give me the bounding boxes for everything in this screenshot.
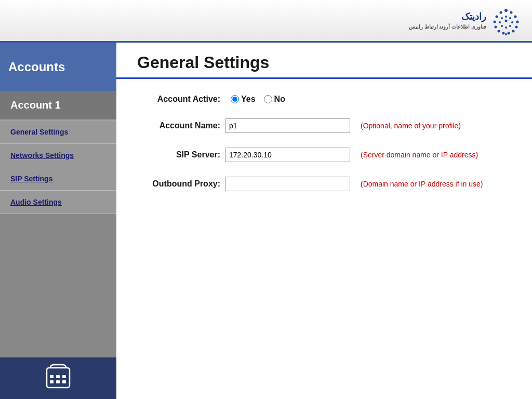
sidebar-account1[interactable]: Account 1 bbox=[0, 91, 116, 121]
account-name-hint: (Optional, name of your profile) bbox=[361, 122, 461, 130]
svg-point-16 bbox=[509, 17, 511, 19]
outbound-proxy-input[interactable] bbox=[225, 177, 350, 191]
account-active-yes-radio[interactable] bbox=[231, 95, 239, 103]
logo-text: رادیتک فناوری اطلاعات آروند ارتباط رایبس bbox=[409, 10, 486, 31]
svg-point-10 bbox=[512, 30, 515, 32]
account-active-label: Account Active: bbox=[137, 95, 220, 104]
yes-radio-label[interactable]: Yes bbox=[231, 95, 256, 104]
svg-point-13 bbox=[505, 33, 507, 35]
svg-point-22 bbox=[509, 25, 511, 27]
content-area: General Settings Account Active: Yes No bbox=[116, 43, 532, 399]
no-radio-label[interactable]: No bbox=[264, 95, 285, 104]
svg-point-3 bbox=[496, 15, 498, 18]
sidebar-item-general-settings[interactable]: General Settings bbox=[0, 121, 116, 144]
svg-point-7 bbox=[495, 25, 497, 28]
svg-point-11 bbox=[502, 32, 505, 34]
phone-icon bbox=[43, 363, 74, 394]
svg-point-15 bbox=[505, 16, 507, 18]
content-body: Account Active: Yes No Account Name: (Op… bbox=[116, 79, 532, 221]
svg-point-0 bbox=[504, 9, 508, 12]
svg-rect-26 bbox=[62, 375, 66, 378]
account-active-row: Account Active: Yes No bbox=[137, 95, 511, 104]
outbound-proxy-row: Outbound Proxy: (Domain name or IP addre… bbox=[137, 177, 511, 191]
sip-server-label: SIP Server: bbox=[137, 150, 220, 159]
sip-server-input[interactable] bbox=[225, 148, 350, 162]
sidebar-item-sip-settings[interactable]: SIP Settings bbox=[0, 167, 116, 191]
svg-rect-24 bbox=[50, 375, 54, 378]
sidebar: Accounts Account 1 General Settings Netw… bbox=[0, 43, 116, 399]
account-name-input[interactable] bbox=[225, 118, 350, 133]
svg-point-21 bbox=[505, 26, 507, 29]
main-layout: Accounts Account 1 General Settings Netw… bbox=[0, 43, 532, 399]
sidebar-accounts[interactable]: Accounts bbox=[0, 43, 116, 91]
svg-point-9 bbox=[498, 30, 500, 32]
svg-point-1 bbox=[500, 11, 502, 14]
page-title: General Settings bbox=[137, 53, 511, 72]
svg-point-4 bbox=[514, 15, 517, 18]
svg-point-17 bbox=[499, 21, 501, 23]
svg-point-14 bbox=[501, 17, 503, 19]
content-header: General Settings bbox=[116, 43, 532, 79]
svg-point-12 bbox=[508, 32, 510, 34]
svg-point-8 bbox=[515, 25, 518, 28]
svg-point-20 bbox=[501, 25, 503, 27]
sidebar-phone-icon-area bbox=[0, 357, 116, 399]
outbound-proxy-label: Outbound Proxy: bbox=[137, 179, 220, 189]
svg-rect-29 bbox=[62, 380, 66, 383]
account-name-label: Account Name: bbox=[137, 121, 220, 130]
svg-point-5 bbox=[494, 20, 496, 23]
svg-rect-27 bbox=[50, 380, 54, 383]
sidebar-item-audio-settings[interactable]: Audio Settings bbox=[0, 191, 116, 214]
account-name-row: Account Name: (Optional, name of your pr… bbox=[137, 118, 511, 133]
sip-server-hint: (Server domain name or IP address) bbox=[361, 151, 478, 159]
logo: رادیتک فناوری اطلاعات آروند ارتباط رایبس bbox=[409, 5, 522, 36]
svg-rect-28 bbox=[56, 380, 60, 383]
account-active-no-radio[interactable] bbox=[264, 95, 272, 103]
svg-point-2 bbox=[510, 11, 513, 14]
top-bar: رادیتک فناوری اطلاعات آروند ارتباط رایبس bbox=[0, 0, 532, 43]
logo-icon bbox=[490, 5, 522, 36]
svg-point-6 bbox=[516, 20, 519, 23]
outbound-proxy-hint: (Domain name or IP address if in use) bbox=[361, 180, 483, 188]
svg-rect-25 bbox=[56, 375, 60, 378]
account-active-radio-group: Yes No bbox=[231, 95, 285, 104]
sidebar-item-networks-settings[interactable]: Networks Settings bbox=[0, 144, 116, 167]
sip-server-row: SIP Server: (Server domain name or IP ad… bbox=[137, 148, 511, 162]
svg-point-19 bbox=[511, 21, 513, 23]
svg-point-18 bbox=[505, 19, 508, 22]
